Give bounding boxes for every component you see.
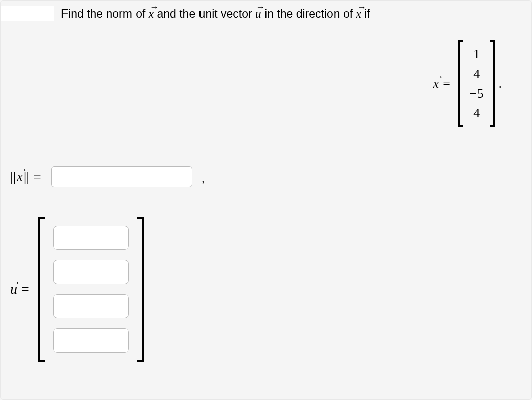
comma-separator: , (202, 172, 205, 187)
input-right-bracket-icon (137, 217, 144, 362)
norm-x-symbol: x (17, 169, 23, 184)
period: . (499, 76, 502, 91)
input-column (53, 217, 129, 362)
prompt-text-1: Find the norm of (61, 7, 149, 20)
u-label: u = (10, 281, 33, 297)
problem-container: Find the norm of x and the unit vector u… (0, 0, 532, 400)
matrix-value-2: 4 (470, 64, 484, 84)
vector-matrix: 1 4 −5 4 (458, 40, 495, 127)
x-vector-symbol-2: x (356, 7, 361, 22)
norm-answer-section: ||x|| = , (10, 166, 205, 187)
unit-vector-input-matrix (38, 217, 144, 362)
u-vector-label: u (10, 281, 17, 297)
unit-vector-input-4[interactable] (53, 328, 129, 353)
unit-vector-input-1[interactable] (53, 226, 129, 250)
equals-sign: = (443, 76, 450, 91)
matrix-value-1: 1 (470, 44, 484, 64)
norm-label: ||x|| = (10, 169, 45, 185)
unit-vector-input-2[interactable] (53, 260, 129, 284)
x-vector-symbol: x (149, 7, 154, 22)
x-vector-label: x (433, 76, 439, 91)
matrix-value-4: 4 (470, 103, 484, 123)
right-bracket-icon (490, 40, 495, 127)
matrix-values: 1 4 −5 4 (463, 40, 490, 127)
u-vector-symbol: u (255, 7, 261, 22)
given-vector-display: x = 1 4 −5 4 . (433, 40, 502, 127)
question-number-box (1, 6, 55, 21)
left-bracket-icon (458, 40, 463, 127)
input-left-bracket-icon (38, 217, 45, 362)
prompt-text-2: and the unit vector (154, 7, 255, 20)
question-text: Find the norm of x and the unit vector u… (55, 6, 370, 22)
question-row: Find the norm of x and the unit vector u… (1, 1, 531, 22)
vector-equals: x = (433, 76, 454, 91)
norm-bars-left: || (10, 169, 16, 185)
unit-vector-input-3[interactable] (53, 294, 129, 318)
norm-input[interactable] (51, 166, 192, 187)
matrix-value-3: −5 (470, 84, 484, 103)
norm-equals: = (33, 169, 41, 185)
prompt-text-3: in the direction of (261, 7, 356, 20)
u-equals: = (21, 281, 29, 297)
unit-vector-section: u = (10, 217, 144, 362)
